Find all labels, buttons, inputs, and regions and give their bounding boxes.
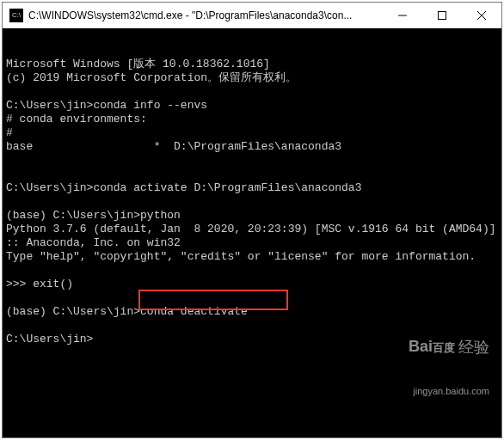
terminal-line [6,85,498,99]
terminal-line: C:\Users\jin> [6,333,498,346]
terminal-line: (base) C:\Users\jin>conda deactivate [6,305,498,319]
terminal-line [6,195,498,209]
maximize-button[interactable] [422,3,462,28]
minimize-icon [398,11,407,20]
terminal-line: (base) C:\Users\jin>python [6,209,498,223]
window-controls [383,3,501,28]
terminal-line: Microsoft Windows [版本 10.0.18362.1016] [6,58,498,71]
svg-rect-1 [439,11,446,19]
watermark-url: jingyan.baidu.com [409,384,489,398]
terminal-line: (c) 2019 Microsoft Corporation。保留所有权利。 [6,71,498,85]
cmd-icon: C:\ [9,9,23,22]
terminal-line: C:\Users\jin>conda activate D:\ProgramFi… [6,181,498,195]
terminal-line: Python 3.7.6 (default, Jan 8 2020, 20:23… [6,223,498,250]
terminal-line: base * D:\ProgramFiles\anaconda3 [6,140,498,154]
terminal-line: C:\Users\jin>conda info --envs [6,99,498,113]
terminal-line: # conda environments: [6,113,498,126]
terminal-line: >>> exit() [6,278,498,291]
terminal-line: Type "help", "copyright", "credits" or "… [6,250,498,264]
terminal-line [6,168,498,181]
window-title: C:\WINDOWS\system32\cmd.exe - "D:\Progra… [28,9,383,21]
minimize-button[interactable] [383,3,422,28]
terminal-line [6,319,498,333]
maximize-icon [438,11,446,20]
terminal-line [6,264,498,278]
titlebar[interactable]: C:\ C:\WINDOWS\system32\cmd.exe - "D:\Pr… [3,3,501,28]
close-button[interactable] [462,3,501,28]
terminal-output[interactable]: Microsoft Windows [版本 10.0.18362.1016](c… [3,28,501,437]
cmd-window: C:\ C:\WINDOWS\system32\cmd.exe - "D:\Pr… [2,2,502,438]
terminal-line: # [6,126,498,140]
terminal-line [6,154,498,168]
terminal-line [6,291,498,305]
close-icon [477,11,486,20]
